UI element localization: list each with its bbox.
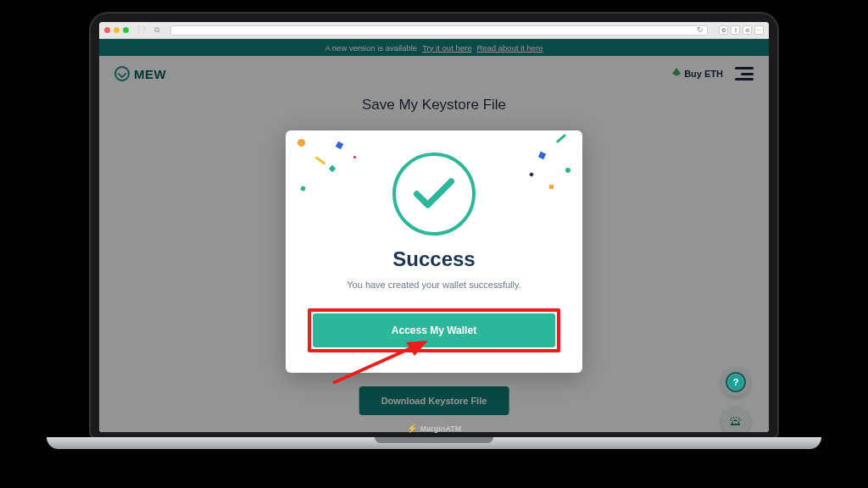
url-bar[interactable]: [170, 25, 708, 36]
maximize-window-icon[interactable]: [123, 27, 129, 33]
confetti-icon: [529, 172, 534, 177]
sidebar-toggle-icon[interactable]: ⧉: [154, 25, 159, 35]
confetti-icon: [314, 156, 326, 164]
screen: 〈 〉 ⧉ ✿ ⇪ ⊕ ⋯ A new version is available…: [99, 22, 769, 432]
extension-icon[interactable]: ⇪: [731, 25, 740, 35]
bolt-icon: ⚡: [407, 424, 417, 433]
highlight-box: Access My Wallet: [308, 308, 560, 352]
extension-icon[interactable]: ⊕: [743, 25, 752, 35]
confetti-icon: [549, 185, 554, 190]
back-icon[interactable]: 〈: [133, 25, 141, 36]
minimize-window-icon[interactable]: [114, 27, 120, 33]
extension-icon[interactable]: ⋯: [754, 25, 764, 35]
success-modal: Success You have created your wallet suc…: [286, 130, 582, 373]
confetti-icon: [329, 165, 336, 172]
question-icon: ?: [728, 374, 743, 390]
nav-arrows[interactable]: 〈 〉: [133, 25, 150, 36]
confetti-icon: [565, 168, 570, 173]
laptop-brand-label: ⚡ MarginATM: [407, 424, 461, 433]
webpage: A new version is available Try it out he…: [99, 39, 769, 432]
browser-extension-icons: ✿ ⇪ ⊕ ⋯: [719, 25, 764, 35]
access-my-wallet-button[interactable]: Access My Wallet: [313, 313, 555, 347]
confetti-icon: [298, 139, 305, 147]
forward-icon[interactable]: 〉: [142, 25, 150, 36]
confetti-icon: [300, 186, 305, 191]
confetti-icon: [353, 156, 356, 158]
laptop-bezel: 〈 〉 ⧉ ✿ ⇪ ⊕ ⋯ A new version is available…: [89, 12, 779, 439]
extension-icon[interactable]: ✿: [719, 25, 728, 35]
success-check-icon: [392, 152, 476, 236]
close-window-icon[interactable]: [104, 27, 110, 33]
browser-chrome: 〈 〉 ⧉ ✿ ⇪ ⊕ ⋯: [99, 22, 769, 39]
modal-title: Success: [308, 247, 560, 271]
laptop-base: [47, 437, 821, 449]
confetti-icon: [556, 134, 567, 143]
window-controls[interactable]: [104, 27, 129, 33]
confetti-icon: [538, 152, 546, 159]
confetti-icon: [336, 141, 344, 150]
modal-message: You have created your wallet successfull…: [308, 280, 560, 290]
